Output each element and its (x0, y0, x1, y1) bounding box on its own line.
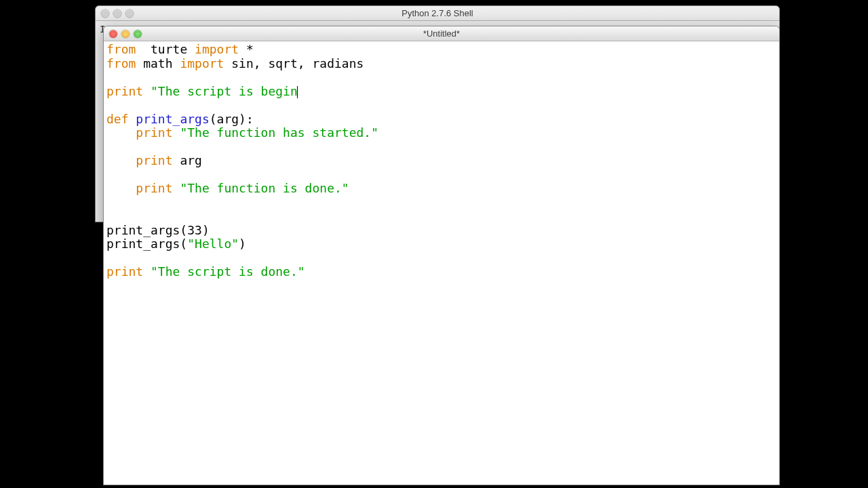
token-kw: from (106, 42, 136, 56)
token-kw: from (106, 56, 136, 70)
token-kw: print (136, 125, 172, 140)
shell-window-title: Python 2.7.6 Shell (96, 8, 779, 18)
token-kw: import (180, 56, 224, 70)
token-kw: print (106, 84, 143, 98)
token-str: "The script is done." (151, 264, 305, 279)
zoom-icon[interactable] (125, 9, 134, 18)
token-kw: def (106, 112, 129, 126)
text-cursor (297, 86, 298, 98)
token-kw: print (106, 264, 143, 279)
token-fun: print_args (136, 112, 209, 126)
minimize-icon[interactable] (113, 9, 121, 18)
token-kw: print (136, 153, 172, 167)
zoom-icon[interactable] (134, 30, 142, 38)
minimize-icon[interactable] (121, 30, 130, 38)
code-content[interactable]: from turte import * from math import sin… (104, 41, 779, 281)
close-icon[interactable] (109, 30, 117, 38)
editor-window: *Untitled* from turte import * from math… (103, 26, 780, 485)
token-str: "The function has started." (180, 125, 378, 140)
token-str: "Hello" (187, 237, 239, 251)
close-icon[interactable] (101, 9, 109, 18)
token-kw: import (195, 42, 239, 56)
editor-titlebar[interactable]: *Untitled* (104, 26, 779, 41)
shell-titlebar[interactable]: Python 2.7.6 Shell (96, 6, 779, 21)
token-kw: print (136, 181, 172, 195)
token-str: "The function is done." (180, 181, 349, 195)
token-str: "The script is begin (151, 84, 298, 98)
editor-window-title: *Untitled* (104, 28, 779, 39)
code-editor[interactable]: from turte import * from math import sin… (104, 41, 779, 485)
